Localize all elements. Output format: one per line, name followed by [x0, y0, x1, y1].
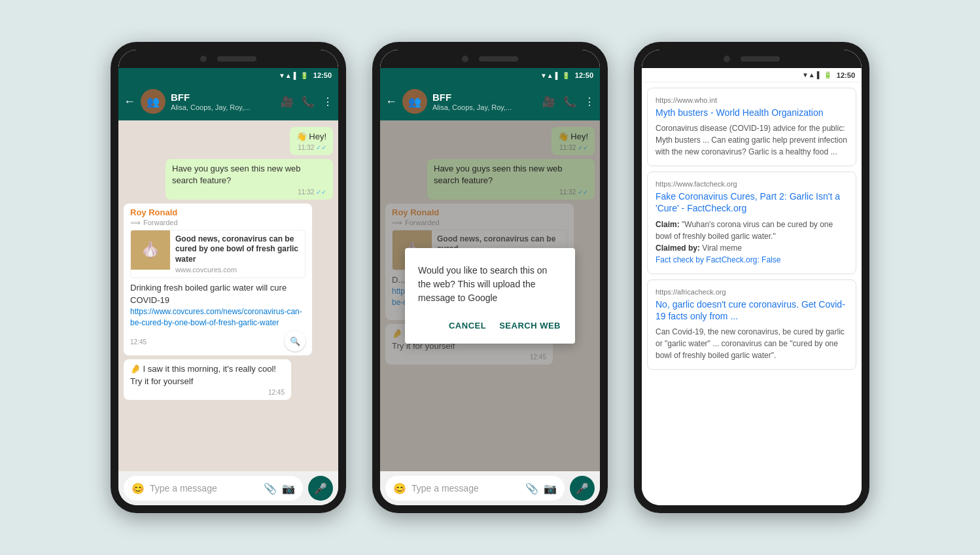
- call-icon-2[interactable]: 📞: [563, 96, 576, 108]
- header-actions-2: 🎥 📞 ⋮: [542, 96, 595, 108]
- result-title-1[interactable]: Myth busters - World Health Organization: [656, 107, 848, 118]
- input-bar-1: 😊 Type a message 📎 📷 🎤: [118, 471, 338, 505]
- camera-btn-2[interactable]: 📷: [544, 482, 557, 495]
- wifi-icon-1: ▌: [294, 72, 298, 79]
- result-snippet-2: Claim: "Wuhan's corona virus can be cure…: [656, 219, 848, 266]
- chat-area-1: 👋 Hey! 11:32 ✓✓ Have you guys seen this …: [118, 120, 338, 471]
- sender-name-1: Roy Ronald: [130, 207, 306, 217]
- status-bar-3: ▼▲ ▌ 🔋 12:50: [642, 68, 862, 82]
- battery-icon-2: 🔋: [562, 72, 570, 79]
- emoji-icon-1[interactable]: 😊: [131, 482, 145, 495]
- mic-button-2[interactable]: 🎤: [570, 476, 595, 501]
- camera-btn-1[interactable]: 📷: [282, 482, 295, 495]
- attach-icon-1[interactable]: 📎: [264, 482, 277, 495]
- message-input-field-2[interactable]: 😊 Type a message 📎 📷: [385, 476, 565, 501]
- msg-fwd-1: Roy Ronald ⟹ Forwarded 🧄 Good news, coro…: [124, 204, 312, 356]
- wifi-icon-3: ▌: [817, 71, 822, 79]
- result-title-3[interactable]: No, garlic doesn't cure coronavirus. Get…: [656, 298, 848, 322]
- battery-icon-3: 🔋: [824, 71, 831, 79]
- link-card-domain-1: www.covcures.com: [175, 266, 300, 274]
- modal-text: Would you like to search this on the web…: [418, 264, 562, 305]
- search-web-btn-1[interactable]: 🔍: [285, 331, 306, 351]
- result-card-2[interactable]: https://www.factcheck.org Fake Coronavir…: [647, 171, 856, 274]
- result-snippet-3: Can Covid-19, the new coronavirus, be cu…: [656, 326, 848, 361]
- avatar-2: 👥: [402, 89, 427, 114]
- camera-3: [724, 56, 730, 62]
- wifi-icon-2: ▌: [555, 72, 560, 79]
- mic-button-1[interactable]: 🎤: [308, 476, 333, 501]
- msg-hey-checks-1: ✓✓: [316, 144, 326, 151]
- more-icon-2[interactable]: ⋮: [584, 96, 595, 108]
- video-icon-2[interactable]: 🎥: [542, 96, 555, 108]
- header-sub-1: Alisa, Coops, Jay, Roy,...: [171, 103, 275, 111]
- phone-2: ▼▲ ▌ 🔋 12:50 ← 👥 BFF Alisa, Coops, Jay, …: [372, 42, 608, 513]
- search-modal: Would you like to search this on the web…: [405, 248, 575, 344]
- status-bar-1: ▼▲ ▌ 🔋 12:50: [118, 68, 338, 82]
- msg-search-time-1: 11:32 ✓✓: [172, 188, 326, 196]
- msg-search-text-1: Have you guys seen this new web search f…: [172, 163, 326, 187]
- status-icons-1: ▼▲ ▌ 🔋: [279, 72, 308, 79]
- camera-1: [200, 56, 207, 62]
- video-icon-1[interactable]: 🎥: [281, 96, 294, 108]
- cancel-button[interactable]: CANCEL: [447, 318, 487, 333]
- header-actions-1: 🎥 📞 ⋮: [281, 96, 333, 108]
- call-icon-1[interactable]: 📞: [302, 96, 315, 108]
- more-icon-1[interactable]: ⋮: [323, 96, 333, 108]
- camera-2: [462, 56, 468, 62]
- chat-area-2: 👋 Hey! 11:32 ✓✓ Have you guys seen this …: [380, 120, 600, 471]
- search-results: https://www.who.int Myth busters - World…: [642, 82, 862, 505]
- msg-search-checks-1: ✓✓: [316, 188, 326, 196]
- emoji-icon-2[interactable]: 😊: [393, 482, 406, 495]
- result-url-1: https://www.who.int: [656, 96, 848, 104]
- header-info-2[interactable]: BFF Alisa, Coops, Jay, Roy,...: [432, 92, 537, 111]
- modal-overlay: Would you like to search this on the web…: [380, 120, 600, 471]
- msg-hey-time-1: 11:32 ✓✓: [296, 144, 326, 151]
- wa-header-2: ← 👥 BFF Alisa, Coops, Jay, Roy,... 🎥 📞 ⋮: [380, 82, 600, 120]
- attach-icon-2[interactable]: 📎: [525, 482, 538, 495]
- search-web-button[interactable]: SEARCH WEB: [498, 318, 562, 333]
- result-url-2: https://www.factcheck.org: [656, 180, 848, 188]
- phone-top-bar-3: [642, 50, 862, 68]
- header-info-1[interactable]: BFF Alisa, Coops, Jay, Roy,...: [171, 92, 275, 111]
- link-card-1: 🧄 Good news, coronavirus can be cured by…: [130, 230, 306, 279]
- link-card-title-1: Good news, coronavirus can be cured by o…: [175, 234, 300, 265]
- status-bar-2: ▼▲ ▌ 🔋 12:50: [380, 68, 600, 82]
- mic-icon-2: 🎤: [576, 482, 589, 495]
- message-input-field-1[interactable]: 😊 Type a message 📎 📷: [124, 476, 303, 501]
- status-icons-2: ▼▲ ▌ 🔋: [540, 72, 570, 79]
- claim-text: "Wuhan's corona virus can be cured by on…: [656, 220, 833, 241]
- avatar-1: 👥: [141, 89, 166, 114]
- phone-top-bar-1: [118, 50, 338, 68]
- msg-fwd-time-1: 12:45: [130, 338, 147, 346]
- header-name-2: BFF: [432, 92, 537, 103]
- result-title-2[interactable]: Fake Coronavirus Cures, Part 2: Garlic I…: [656, 190, 848, 214]
- claimed-by-label: Claimed by:: [656, 243, 700, 253]
- claim-label: Claim:: [656, 220, 680, 229]
- status-time-3: 12:50: [837, 71, 855, 79]
- result-card-3[interactable]: https://africacheck.org No, garlic doesn…: [647, 279, 856, 370]
- forwarded-label-1: ⟹ Forwarded: [130, 219, 306, 227]
- back-button-1[interactable]: ←: [124, 95, 135, 109]
- msg-hey-1: 👋 Hey! 11:32 ✓✓: [290, 127, 333, 155]
- phone-1: ▼▲ ▌ 🔋 12:50 ← 👥 BFF Alisa, Coops, Jay, …: [111, 42, 346, 513]
- claimed-by-value: Viral meme: [702, 243, 741, 253]
- link-card-image-1: 🧄: [131, 230, 170, 270]
- avatar-placeholder-1: 👥: [141, 89, 166, 114]
- speaker-1: [217, 56, 256, 62]
- phone-top-bar-2: [380, 50, 600, 68]
- msg-hey-text-1: 👋 Hey!: [296, 131, 326, 143]
- status-time-1: 12:50: [313, 71, 332, 79]
- modal-actions: CANCEL SEARCH WEB: [418, 318, 562, 333]
- speaker-2: [479, 56, 518, 62]
- status-icons-3: ▼▲ ▌ 🔋: [802, 71, 831, 79]
- header-sub-2: Alisa, Coops, Jay, Roy,...: [432, 103, 537, 111]
- status-time-2: 12:50: [575, 71, 593, 79]
- fact-check-link[interactable]: Fact check by FactCheck.org: False: [656, 255, 780, 264]
- result-card-1[interactable]: https://www.who.int Myth busters - World…: [647, 88, 856, 166]
- battery-icon-1: 🔋: [300, 72, 308, 79]
- msg-fwd-link-1[interactable]: https://www.covcures.com/news/coronaviru…: [130, 306, 306, 329]
- header-name-1: BFF: [171, 92, 275, 103]
- wa-header-1: ← 👥 BFF Alisa, Coops, Jay, Roy,... 🎥 📞 ⋮: [118, 82, 338, 120]
- input-placeholder-1: Type a message: [150, 483, 258, 493]
- back-button-2[interactable]: ←: [385, 95, 397, 109]
